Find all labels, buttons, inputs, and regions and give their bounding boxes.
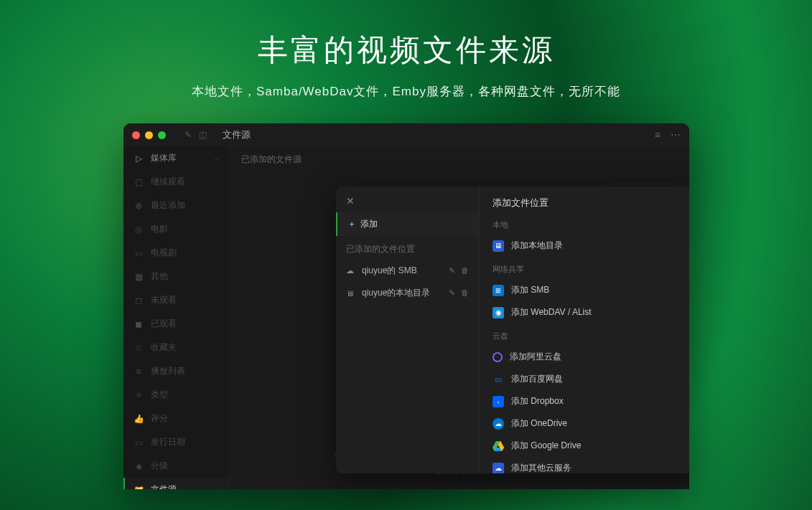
sidebar-icon: ⚛ [134,390,144,400]
option-local-0[interactable]: 🖥添加本地目录 [493,235,682,257]
sidebar-icon: ▭ [134,248,144,258]
option-cloud-5[interactable]: ☁添加其他云服务 [493,457,682,473]
sidebar-item-8[interactable]: ☆收藏夹 [123,336,229,359]
close-icon[interactable]: ✕ [336,195,479,212]
edit-icon[interactable]: ✎ [185,130,192,140]
source-item-0[interactable]: ☁qiuyue的 SMB✎🗑 [336,260,479,282]
source-item-1[interactable]: 🖥qiuyue的本地目录✎🗑 [336,282,479,304]
add-button[interactable]: ＋ 添加 [336,212,479,236]
sidebar-icon: ☆ [134,343,144,353]
sidebar-icon: ▦ [134,272,144,282]
monitor-icon: 🖥 [346,289,356,298]
hero-subtitle: 本地文件，Samba/WebDav文件，Emby服务器，各种网盘文件，无所不能 [0,83,812,100]
edit-icon[interactable]: ✎ [449,288,455,298]
sidebar-icon: ◈ [134,461,144,471]
sidebar-icon: ◻ [134,296,144,306]
sidebar-item-9[interactable]: ≡播放列表 [123,359,229,383]
sidebar-icon: 📁 [134,485,144,490]
chevron-icon: ⌄ [213,154,219,162]
sidebar-icon: ▷ [134,154,144,164]
app-window: ✎ ◫ 文件源 ≡ ⋯ ▷媒体库⌄▢继续观看⊕最近添加◎电影▭电视剧▦其他◻未观… [123,123,689,489]
plus-icon: ＋ [347,218,356,230]
sidebar-icon: ◼ [134,319,144,329]
sidebar-item-12[interactable]: ▭发行日期 [123,430,229,454]
delete-icon[interactable]: 🗑 [461,288,469,298]
titlebar: ✎ ◫ 文件源 ≡ ⋯ [123,123,689,146]
option-cloud-1[interactable]: ∞添加百度网盘 [493,368,682,390]
hero-banner: 丰富的视频文件来源 本地文件，Samba/WebDav文件，Emby服务器，各种… [0,0,812,100]
group-label-cloud: 云盘 [493,331,682,341]
option-cloud-2[interactable]: ⬪添加 Dropbox [493,390,682,412]
sidebar-icon: ▢ [134,177,144,187]
sidebar-item-10[interactable]: ⚛类型 [123,383,229,407]
sidebar: ▷媒体库⌄▢继续观看⊕最近添加◎电影▭电视剧▦其他◻未观看◼已观看☆收藏夹≡播放… [123,146,230,489]
sidebar-icon: ≡ [134,367,144,377]
group-label-network: 网络共享 [493,264,682,275]
menu-icon[interactable]: ≡ [655,129,661,141]
breadcrumb: 已添加的文件源 [230,146,689,173]
sidebar-toggle-icon[interactable]: ◫ [199,130,207,140]
sidebar-item-7[interactable]: ◼已观看 [123,312,229,336]
min-dot[interactable] [145,131,153,139]
option-network-1[interactable]: ◉添加 WebDAV / AList [493,301,682,324]
option-cloud-3[interactable]: ☁添加 OneDrive [493,412,682,435]
hero-title: 丰富的视频文件来源 [0,30,812,70]
dialog-left-panel: ✕ ＋ 添加 已添加的文件位置 ☁qiuyue的 SMB✎🗑🖥qiuyue的本地… [336,186,480,473]
option-cloud-4[interactable]: 添加 Google Drive [493,435,682,457]
more-icon[interactable]: ⋯ [671,129,681,141]
window-title: 文件源 [223,128,251,141]
sidebar-item-6[interactable]: ◻未观看 [123,288,229,312]
sidebar-icon: ⊕ [134,201,144,211]
delete-icon[interactable]: 🗑 [461,266,469,275]
cloud-icon: ☁ [346,266,356,275]
sidebar-icon: 👍 [134,414,144,424]
sidebar-icon: ▭ [134,438,144,448]
option-cloud-0[interactable]: 添加阿里云盘 [493,346,682,368]
dialog-right-panel: 添加文件位置 本地🖥添加本地目录网络共享⊞添加 SMB◉添加 WebDAV / … [480,186,689,473]
sidebar-item-11[interactable]: 👍评分 [123,407,229,430]
edit-icon[interactable]: ✎ [449,266,455,275]
added-locations-header: 已添加的文件位置 [336,236,479,260]
dialog-title: 添加文件位置 [493,197,682,209]
sidebar-item-5[interactable]: ▦其他 [123,265,229,288]
sidebar-item-1[interactable]: ▢继续观看 [123,170,229,194]
titlebar-tools: ✎ ◫ [185,130,207,140]
main-panel: 已添加的文件源 + 添加文件源 为了保证自动刮削搜索电影刮集的准确性，请按照下面… [230,146,689,489]
add-location-dialog: ✕ ＋ 添加 已添加的文件位置 ☁qiuyue的 SMB✎🗑🖥qiuyue的本地… [336,186,689,473]
sidebar-icon: ◎ [134,225,144,235]
sidebar-item-14[interactable]: 📁文件源› [123,478,229,489]
sidebar-item-13[interactable]: ◈分级 [123,454,229,478]
option-network-0[interactable]: ⊞添加 SMB [493,279,682,301]
group-label-local: 本地 [493,219,682,230]
close-dot[interactable] [132,131,140,139]
sidebar-item-0[interactable]: ▷媒体库⌄ [123,146,229,170]
chevron-icon: › [217,486,219,489]
sidebar-item-4[interactable]: ▭电视剧 [123,241,229,265]
max-dot[interactable] [158,131,166,139]
window-controls[interactable] [132,131,166,139]
sidebar-item-2[interactable]: ⊕最近添加 [123,194,229,217]
sidebar-item-3[interactable]: ◎电影 [123,217,229,241]
